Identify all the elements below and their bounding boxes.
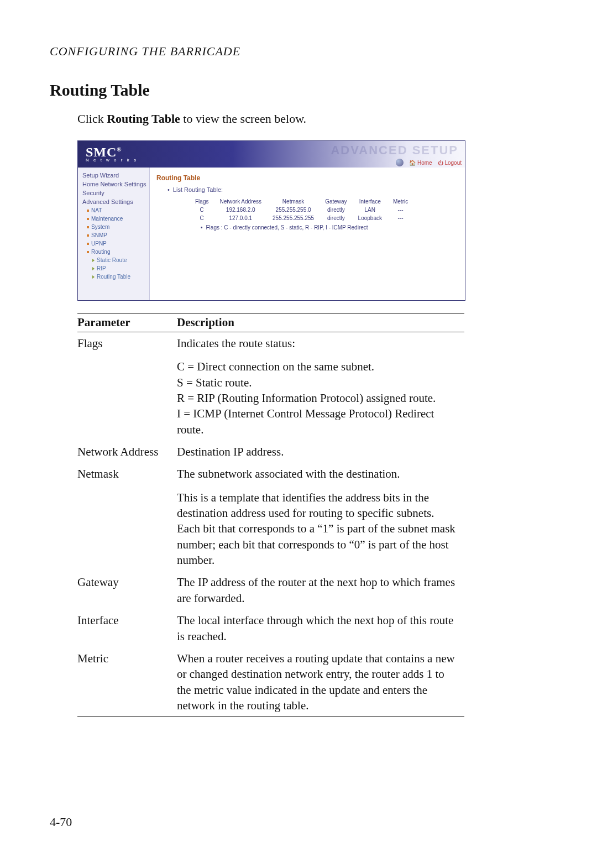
param-gateway: Gateway — [77, 571, 177, 609]
sidebar-item-advanced[interactable]: Advanced Settings — [81, 197, 149, 206]
desc-metric: When a router receives a routing update … — [177, 647, 464, 717]
desc-flags-line-i: I = ICMP (Internet Control Message Proto… — [177, 406, 459, 437]
desc-flags: Indicates the route status: C = Direct c… — [177, 332, 464, 441]
sidebar-item-nat[interactable]: NAT — [81, 206, 149, 215]
list-routing-table-label: List Routing Table: — [167, 186, 458, 193]
col-metric: Metric — [387, 197, 413, 206]
routing-table: Flags Network Address Netmask Gateway In… — [190, 197, 413, 222]
cell-netmask: 255.255.255.0 — [267, 206, 320, 214]
desc-gateway: The IP address of the router at the next… — [177, 571, 464, 609]
cell-netmask: 255.255.255.255 — [267, 214, 320, 222]
router-screenshot: SMC® N e t w o r k s ADVANCED SETUP 🏠 Ho… — [77, 140, 465, 301]
param-netmask: Netmask — [77, 463, 177, 571]
cell-metric: --- — [387, 206, 413, 214]
desc-netmask-lead: The subnetwork associated with the desti… — [177, 467, 400, 480]
params-header-parameter: Parameter — [77, 313, 177, 332]
param-metric: Metric — [77, 647, 177, 717]
sidebar-item-home-network[interactable]: Home Network Settings — [81, 180, 149, 189]
logo-registered: ® — [117, 146, 122, 153]
cell-network-address: 127.0.0.1 — [214, 214, 267, 222]
logout-link[interactable]: ⏻ Logout — [438, 160, 462, 166]
cell-gateway: directly — [320, 206, 352, 214]
desc-flags-line-r: R = RIP (Routing Information Protocol) a… — [177, 390, 459, 406]
sidebar-item-routing-table[interactable]: Routing Table — [81, 273, 149, 281]
desc-flags-line-c: C = Direct connection on the same subnet… — [177, 359, 459, 374]
table-row: C 192.168.2.0 255.255.255.0 directly LAN… — [190, 206, 413, 214]
sidebar-item-maintenance[interactable]: Maintenance — [81, 215, 149, 223]
sidebar-item-upnp[interactable]: UPNP — [81, 239, 149, 248]
col-gateway: Gateway — [320, 197, 352, 206]
desc-flags-line-s: S = Static route. — [177, 375, 459, 390]
sidebar-item-static-route[interactable]: Static Route — [81, 256, 149, 264]
intro-text-post: to view the screen below. — [180, 112, 306, 126]
desc-interface: The local interface through which the ne… — [177, 609, 464, 647]
content-title: Routing Table — [156, 174, 458, 182]
logo-text: SMC — [86, 145, 117, 159]
home-link-label: Home — [417, 160, 432, 166]
cell-interface: LAN — [353, 206, 387, 214]
params-header-description: Description — [177, 313, 464, 332]
cell-flags: C — [190, 214, 214, 222]
param-flags: Flags — [77, 332, 177, 441]
page-number: 4-70 — [50, 815, 72, 829]
table-row: C 127.0.0.1 255.255.255.255 directly Loo… — [190, 214, 413, 222]
col-interface: Interface — [353, 197, 387, 206]
help-icon[interactable] — [396, 159, 404, 166]
col-network-address: Network Address — [214, 197, 267, 206]
intro-bold: Routing Table — [107, 112, 180, 126]
cell-metric: --- — [387, 214, 413, 222]
col-netmask: Netmask — [267, 197, 320, 206]
flags-legend: Flags : C - directly connected, S - stat… — [201, 224, 458, 231]
cell-interface: Loopback — [353, 214, 387, 222]
col-flags: Flags — [190, 197, 214, 206]
desc-netmask: The subnetwork associated with the desti… — [177, 463, 464, 571]
banner-title: ADVANCED SETUP — [331, 143, 458, 158]
intro-paragraph: Click Routing Table to view the screen b… — [77, 112, 520, 126]
desc-netmask-extra: This is a template that identifies the a… — [177, 490, 459, 568]
header-toolbar: 🏠 Home ⏻ Logout — [396, 159, 462, 166]
logo-subtext: N e t w o r k s — [86, 158, 138, 162]
sidebar-nav: Setup Wizard Home Network Settings Secur… — [78, 168, 150, 300]
section-heading: Routing Table — [50, 81, 520, 100]
router-header: SMC® N e t w o r k s ADVANCED SETUP 🏠 Ho… — [78, 141, 465, 168]
home-link[interactable]: 🏠 Home — [409, 160, 432, 166]
logout-link-label: Logout — [444, 160, 462, 166]
sidebar-item-snmp[interactable]: SNMP — [81, 231, 149, 239]
cell-network-address: 192.168.2.0 — [214, 206, 267, 214]
intro-text-pre: Click — [77, 112, 107, 126]
desc-network-address: Destination IP address. — [177, 441, 464, 463]
desc-flags-lead: Indicates the route status: — [177, 337, 295, 350]
sidebar-item-setup-wizard[interactable]: Setup Wizard — [81, 171, 149, 180]
parameter-description-table: Parameter Description Flags Indicates th… — [77, 313, 464, 717]
param-network-address: Network Address — [77, 441, 177, 463]
sidebar-item-routing[interactable]: Routing — [81, 248, 149, 256]
sidebar-item-security[interactable]: Security — [81, 189, 149, 197]
content-panel: Routing Table List Routing Table: Flags … — [150, 168, 465, 300]
param-interface: Interface — [77, 609, 177, 647]
running-header: CONFIGURING THE BARRICADE — [50, 44, 520, 59]
smc-logo: SMC® N e t w o r k s — [78, 147, 138, 163]
cell-flags: C — [190, 206, 214, 214]
cell-gateway: directly — [320, 214, 352, 222]
sidebar-item-rip[interactable]: RIP — [81, 264, 149, 273]
sidebar-item-system[interactable]: System — [81, 223, 149, 231]
